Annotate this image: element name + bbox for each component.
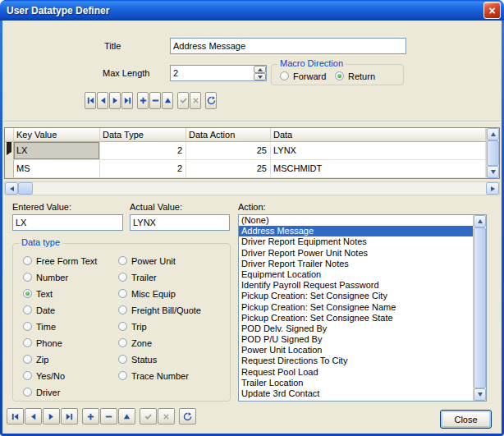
list-item[interactable]: Equipment Location [239,269,473,280]
grid-horizontal-scrollbar[interactable] [4,181,500,195]
cancel-edit-button[interactable] [190,92,201,109]
scrollbar-thumb[interactable] [487,140,499,166]
edit-record-button[interactable] [162,92,173,109]
data-type-column-2: Power Unit Trailer Misc Equip Freight Bi… [118,255,201,381]
radio-time[interactable]: Time [23,321,97,332]
list-item-selected[interactable]: Address Message [239,226,473,236]
action-list-scrollbar[interactable] [473,215,486,401]
grid-cell-data-type[interactable]: 2 [100,160,186,178]
scroll-down-button[interactable] [474,388,486,401]
radio-status[interactable]: Status [118,354,201,365]
grid-header-key-value[interactable]: Key Value [14,128,100,142]
prior-record-button[interactable] [97,92,108,109]
radio-zone[interactable]: Zone [118,337,201,348]
radio-phone[interactable]: Phone [23,337,97,348]
scroll-right-button[interactable] [486,182,499,195]
grid-cell-data-action[interactable]: 25 [186,160,271,178]
list-item[interactable]: Power Unit Location [239,345,473,356]
radio-power-unit[interactable]: Power Unit [118,255,201,266]
entered-value-input[interactable] [12,214,123,231]
table-row[interactable]: MS 2 25 MSCHMIDT [5,160,486,178]
list-item[interactable]: Update 3rd Contact [239,388,473,399]
list-item[interactable]: Request Directions To City [239,356,473,366]
actual-value-input[interactable] [130,214,230,231]
grid-header-data[interactable]: Data [271,128,486,142]
prior-record-button[interactable] [25,408,42,425]
list-item[interactable]: Pickup Creation: Set Consignee State [239,313,473,324]
first-record-button[interactable] [85,92,96,109]
close-button[interactable]: Close [440,410,492,429]
delete-record-button[interactable] [149,92,161,109]
scroll-down-button[interactable] [487,166,499,178]
scroll-left-button[interactable] [5,182,18,195]
spin-up-button[interactable] [254,66,266,73]
radio-yes-no[interactable]: Yes/No [23,370,97,381]
radio-date[interactable]: Date [23,305,97,315]
radio-freight-bill-quote[interactable]: Freight Bill/Quote [118,305,201,315]
radio-return[interactable]: Return [335,71,375,81]
list-item[interactable]: Pickup Creation: Set Consignee Name [239,302,473,313]
grid-vertical-scrollbar[interactable] [486,128,499,178]
insert-record-button[interactable] [82,408,99,425]
radio-driver[interactable]: Driver [23,387,97,397]
grid-cell-data-type[interactable]: 2 [100,142,186,160]
list-item[interactable]: POD P/U Signed By [239,334,473,345]
delete-record-button[interactable] [100,408,117,425]
radio-free-form-text[interactable]: Free Form Text [23,255,97,266]
post-edit-button[interactable] [177,92,189,109]
next-record-button[interactable] [43,408,60,425]
close-window-button[interactable]: × [483,2,501,19]
last-record-icon [123,96,132,105]
grid-cell-data-action[interactable]: 25 [186,142,271,160]
post-edit-button[interactable] [140,408,157,425]
title-input[interactable] [170,38,406,54]
radio-text[interactable]: Text [23,288,97,299]
edit-record-button[interactable] [118,408,135,425]
table-row[interactable]: LX 2 25 LYNX [5,142,486,160]
list-item[interactable]: Driver Report Trailer Notes [239,259,473,269]
last-record-button[interactable] [121,92,133,109]
max-length-input[interactable] [171,66,254,80]
action-listbox[interactable]: (None) Address Message Driver Report Equ… [238,214,487,402]
refresh-button[interactable] [205,92,217,109]
grid-header-data-type[interactable]: Data Type [100,128,186,142]
title-bar[interactable]: User Datatype Definer × [0,0,504,21]
refresh-button[interactable] [179,408,196,425]
arrow-down-icon [478,392,483,397]
radio-icon [23,355,32,364]
grid-cell-key-value[interactable]: MS [14,160,100,178]
cancel-edit-button[interactable] [158,408,175,425]
insert-record-button[interactable] [137,92,149,109]
first-record-button[interactable] [7,408,24,425]
list-item[interactable]: POD Delv. Signed By [239,324,473,334]
scroll-up-button[interactable] [487,128,499,140]
list-item[interactable]: Driver Report Equipment Notes [239,236,473,247]
cancel-edit-icon [191,96,200,105]
grid-cell-key-value[interactable]: LX [14,142,100,160]
grid-header-data-action[interactable]: Data Action [186,128,271,142]
radio-trace-number[interactable]: Trace Number [118,370,201,381]
scrollbar-thumb[interactable] [474,227,486,388]
spin-down-button[interactable] [254,73,266,80]
next-record-icon [47,412,56,421]
list-item[interactable]: Identify Payroll Request Password [239,280,473,291]
last-record-button[interactable] [61,408,78,425]
scrollbar-thumb[interactable] [18,182,33,195]
grid-cell-data[interactable]: MSCHMIDT [271,160,486,178]
radio-misc-equip[interactable]: Misc Equip [118,288,201,299]
radio-trailer[interactable]: Trailer [118,272,201,282]
radio-trip[interactable]: Trip [118,321,201,332]
radio-number[interactable]: Number [23,272,97,282]
grid-cell-data[interactable]: LYNX [271,142,486,160]
scrollbar-track[interactable] [33,182,486,195]
list-item[interactable]: Request Pool Load [239,367,473,378]
next-record-button[interactable] [109,92,121,109]
list-item[interactable]: Pickup Creation: Set Consignee City [239,291,473,301]
radio-zip[interactable]: Zip [23,354,97,365]
scroll-up-button[interactable] [474,215,486,227]
list-item[interactable]: (None) [239,215,473,226]
list-item[interactable]: Driver Report Power Unit Notes [239,248,473,259]
radio-icon [23,371,32,380]
list-item[interactable]: Trailer Location [239,378,473,388]
radio-forward[interactable]: Forward [280,71,326,81]
